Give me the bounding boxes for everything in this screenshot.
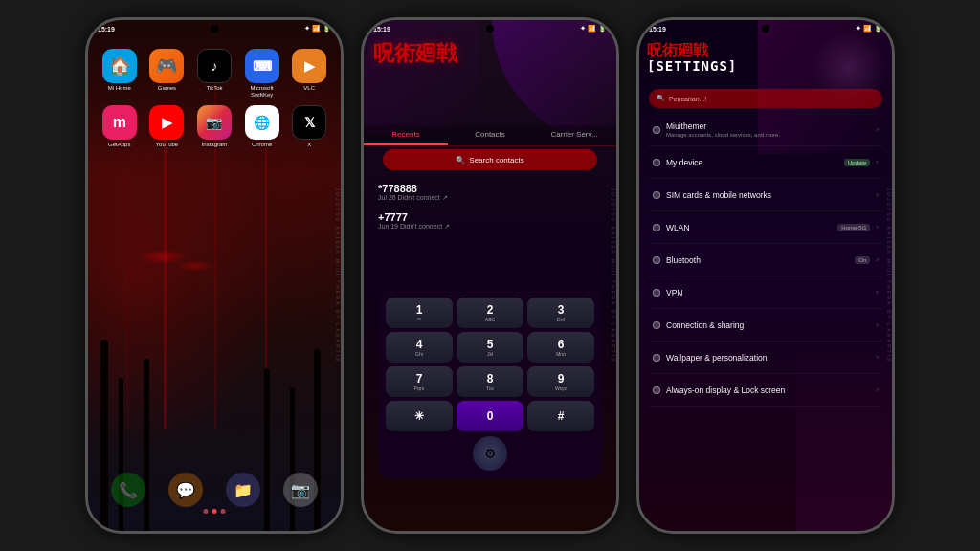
settings-item-miuithemer[interactable]: Miuithemer Manage accounts, cloud servic… (649, 114, 882, 146)
call-log-1[interactable]: *778888 Jul 26 Didn't connect ↗ (378, 183, 602, 202)
settings-dot-sim (653, 191, 660, 199)
settings-item-wallpaper[interactable]: Wallpaper & personalization › (649, 342, 882, 374)
app-chrome[interactable]: 🌐 Chrome (242, 105, 282, 148)
settings-text-wallpaper: Wallpaper & personalization (666, 353, 870, 363)
key-9[interactable]: 9 Wxyz (527, 366, 594, 397)
settings-arrow-1: › (876, 158, 879, 166)
status-time-3: 15:19 (649, 26, 666, 33)
phone-2-frame: 呪術廻戦 15:19 ✦ 📶 🔋 Recents Contacts Carrie… (361, 17, 619, 534)
settings-item-aod[interactable]: Always-on display & Lock screen › (649, 374, 882, 407)
bottom-bar: 📞 💬 📁 📷 (100, 473, 329, 507)
bottom-files[interactable]: 📁 (226, 473, 260, 507)
settings-item-mydevice[interactable]: My device Update › (649, 146, 882, 179)
phone-1-frame: 15:19 ✦ 📶 🔋 🏠 Mi Home 🎮 Games ♪ TikTok (85, 17, 344, 534)
phone-3: 15:19 ✦ 📶 🔋 呪術廻戦 [SETTINGS] 🔍 Pencarian.… (636, 17, 895, 534)
update-badge: Update (844, 159, 870, 166)
watermark-3: JUJUTSU KAISEN MIUI THEMA BY LANARTIS (886, 188, 892, 364)
settings-dot-wlan (653, 224, 660, 231)
search-icon-dialer: 🔍 (456, 156, 465, 165)
call-button[interactable]: ⚙ (473, 436, 507, 471)
settings-search-bar[interactable]: 🔍 Pencarian...! (649, 89, 882, 108)
phone-3-frame: 15:19 ✦ 📶 🔋 呪術廻戦 [SETTINGS] 🔍 Pencarian.… (636, 17, 895, 534)
app-instagram[interactable]: 📷 Instagram (194, 105, 234, 148)
status-icons-2: ✦ 📶 🔋 (580, 25, 607, 33)
dot-2 (212, 509, 217, 514)
app-games[interactable]: 🎮 Games (147, 49, 188, 98)
app-swiftkey[interactable]: ⌨ Microsoft SwiftKey (242, 49, 282, 98)
key-5[interactable]: 5 Jkl (457, 332, 523, 363)
bottom-messages[interactable]: 💬 (168, 473, 203, 507)
camera-notch (211, 25, 218, 33)
settings-text-connection: Connection & sharing (666, 320, 870, 330)
settings-arrow-4: › (876, 255, 879, 264)
settings-title: [SETTINGS] (647, 58, 737, 74)
jjk-logo-2: 呪術廻戦 (373, 39, 457, 68)
settings-arrow-7: › (876, 353, 879, 362)
bottom-camera[interactable]: 📷 (283, 473, 318, 507)
app-mi-home[interactable]: 🏠 Mi Home (100, 49, 140, 98)
settings-list: Miuithemer Manage accounts, cloud servic… (649, 114, 882, 526)
settings-item-sim[interactable]: SIM cards & mobile networks › (649, 179, 882, 211)
settings-dot-bluetooth (653, 256, 660, 264)
settings-arrow-5: › (876, 288, 879, 297)
settings-item-connection[interactable]: Connection & sharing › (649, 309, 882, 342)
bottom-phone[interactable]: 📞 (111, 473, 145, 507)
key-star[interactable]: ✳ (386, 401, 453, 431)
key-4[interactable]: 4 Ghi (386, 332, 453, 363)
settings-dot-connection (653, 321, 660, 329)
status-icons-3: ✦ 📶 🔋 (856, 25, 882, 33)
settings-dot-wallpaper (653, 354, 660, 362)
phone-2: 呪術廻戦 15:19 ✦ 📶 🔋 Recents Contacts Carrie… (361, 17, 619, 534)
key-2[interactable]: 2 ABC (457, 298, 523, 328)
dialer-tabs: Recents Contacts Carrier Serv... (364, 125, 616, 146)
key-3[interactable]: 3 Def (527, 298, 594, 328)
settings-text-wlan: WLAN (666, 223, 832, 232)
phone-2-screen: 呪術廻戦 15:19 ✦ 📶 🔋 Recents Contacts Carrie… (364, 20, 616, 531)
search-icon-settings: 🔍 (657, 95, 665, 102)
settings-text-bluetooth: Bluetooth (666, 255, 849, 265)
settings-dot-vpn (653, 289, 660, 297)
app-getapps[interactable]: m GetApps (100, 105, 140, 148)
watermark-2: JUJUTSU KAISEN MIUI THEMA BY LANARTIS (611, 188, 616, 364)
key-1[interactable]: 1 ** (386, 298, 453, 328)
dot-1 (204, 509, 209, 514)
phone-1: 15:19 ✦ 📶 🔋 🏠 Mi Home 🎮 Games ♪ TikTok (85, 17, 344, 534)
page-dots (204, 509, 226, 514)
settings-text-mydevice: My device (666, 158, 838, 167)
settings-dot-aod (653, 386, 660, 394)
settings-item-wlan[interactable]: WLAN Home-5G › (649, 211, 882, 244)
key-hash[interactable]: # (527, 401, 594, 431)
settings-text-miuithemer: Miuithemer Manage accounts, cloud servic… (666, 121, 870, 138)
settings-item-bluetooth[interactable]: Bluetooth On › (649, 244, 882, 276)
app-tiktok[interactable]: ♪ TikTok (194, 49, 234, 98)
dot-3 (221, 509, 226, 514)
tab-recents[interactable]: Recents (364, 125, 448, 145)
settings-text-aod: Always-on display & Lock screen (666, 386, 870, 395)
bluetooth-badge: On (855, 256, 870, 264)
key-8[interactable]: 8 Tuv (457, 366, 523, 397)
settings-dot-mydevice (653, 159, 660, 166)
app-youtube[interactable]: ▶ YouTube (147, 105, 188, 148)
settings-text-vpn: VPN (666, 288, 870, 298)
key-6[interactable]: 6 Mno (527, 332, 594, 363)
key-7[interactable]: 7 Pqrs (386, 366, 453, 397)
key-0[interactable]: 0 (457, 401, 523, 431)
settings-item-vpn[interactable]: VPN › (649, 276, 882, 309)
app-vlc[interactable]: ▶ VLC (289, 49, 329, 98)
settings-arrow-6: › (876, 320, 879, 329)
settings-dot-miuithemer (653, 126, 660, 134)
status-icons: ✦ 📶 🔋 (304, 25, 331, 33)
tab-carrier[interactable]: Carrier Serv... (532, 125, 616, 145)
settings-arrow-0: › (876, 125, 879, 134)
tab-contacts[interactable]: Contacts (448, 125, 532, 145)
camera-notch-2 (486, 25, 494, 33)
settings-text-sim: SIM cards & mobile networks (666, 190, 870, 200)
call-log-2[interactable]: +7777 Jun 19 Didn't connect ↗ (378, 211, 602, 231)
apps-grid: 🏠 Mi Home 🎮 Games ♪ TikTok ⌨ Microsoft S… (100, 49, 329, 148)
phone-1-screen: 15:19 ✦ 📶 🔋 🏠 Mi Home 🎮 Games ♪ TikTok (88, 20, 341, 531)
settings-arrow-3: › (876, 223, 879, 231)
phone-3-screen: 15:19 ✦ 📶 🔋 呪術廻戦 [SETTINGS] 🔍 Pencarian.… (639, 20, 892, 531)
search-bar-dialer[interactable]: 🔍 Search contacts (383, 149, 597, 170)
app-x[interactable]: 𝕏 X (289, 105, 329, 148)
keypad-grid: 1 ** 2 ABC 3 Def 4 Ghi (386, 298, 594, 431)
